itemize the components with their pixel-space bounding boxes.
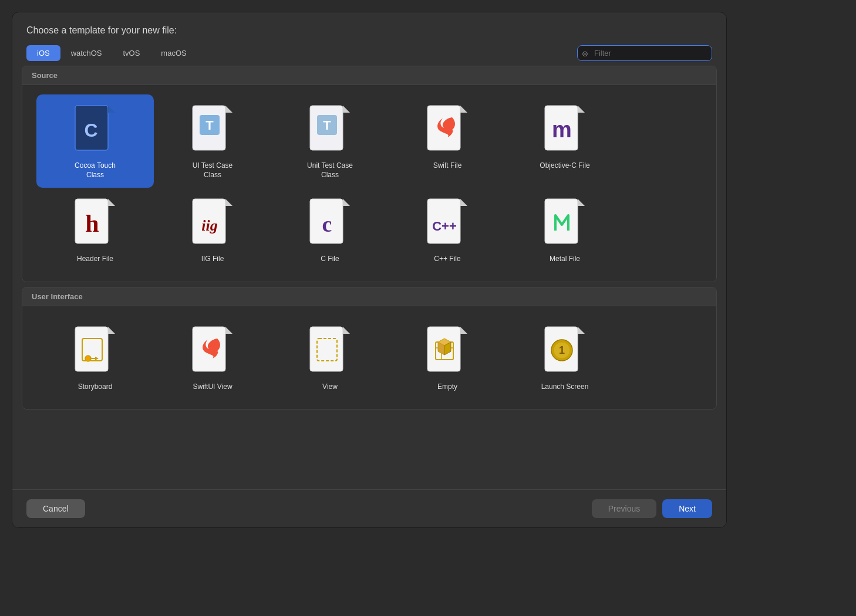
source-border: Source C Cocoa Touc — [22, 66, 717, 282]
iig-icon: iig — [189, 196, 236, 249]
swiftui-label: SwiftUI View — [193, 383, 232, 392]
dialog-header: Choose a template for your new file: — [12, 12, 726, 45]
cancel-button[interactable]: Cancel — [26, 499, 85, 518]
svg-marker-31 — [108, 327, 115, 334]
svg-text:T: T — [205, 118, 214, 133]
empty-label: Empty — [437, 383, 457, 392]
item-storyboard[interactable]: Storyboard — [36, 316, 154, 400]
svg-text:c: c — [322, 212, 332, 236]
ui-test-label: UI Test CaseClass — [193, 161, 232, 180]
storyboard-label: Storyboard — [78, 383, 113, 392]
cfile-icon: c — [306, 196, 353, 249]
dialog-title: Choose a template for your new file: — [26, 25, 177, 35]
nav-buttons: Previous Next — [592, 499, 712, 518]
item-ui-test[interactable]: T UI Test CaseClass — [154, 94, 271, 188]
swift-label: Swift File — [433, 161, 462, 171]
cpp-label: C++ File — [434, 255, 460, 264]
swift-icon — [424, 103, 471, 155]
tab-bar: iOS watchOS tvOS macOS ⊜ — [12, 45, 726, 61]
tab-watchos[interactable]: watchOS — [60, 45, 113, 61]
view-icon — [306, 324, 353, 377]
source-header: Source — [22, 66, 716, 85]
svg-marker-36 — [225, 327, 232, 334]
filter-input[interactable] — [577, 45, 712, 61]
ui-test-icon: T — [189, 103, 236, 155]
empty-icon — [424, 324, 471, 377]
objc-icon: m — [541, 103, 588, 155]
swiftui-icon — [189, 324, 236, 377]
svg-marker-4 — [225, 106, 232, 113]
svg-text:1: 1 — [559, 344, 565, 356]
svg-text:T: T — [323, 118, 331, 133]
item-cfile[interactable]: c C File — [271, 188, 389, 272]
item-view[interactable]: View — [271, 316, 389, 400]
cfile-label: C File — [321, 255, 339, 264]
item-swift[interactable]: Swift File — [389, 94, 506, 188]
next-button[interactable]: Next — [662, 499, 712, 518]
tab-macos[interactable]: macOS — [150, 45, 197, 61]
header-icon: h — [72, 196, 119, 249]
svg-marker-23 — [343, 199, 350, 206]
item-header[interactable]: h Header File — [36, 188, 154, 272]
filter-container: ⊜ — [577, 45, 712, 61]
cocoa-touch-icon: C — [72, 103, 119, 155]
filter-icon: ⊜ — [582, 49, 588, 57]
item-unit-test[interactable]: T Unit Test CaseClass — [271, 94, 389, 188]
filter-wrap: ⊜ — [577, 45, 712, 61]
ui-items-grid: Storyboard SwiftUI View — [36, 316, 702, 400]
svg-marker-14 — [578, 106, 585, 113]
tab-ios[interactable]: iOS — [26, 45, 60, 61]
svg-text:iig: iig — [201, 217, 217, 234]
svg-marker-44 — [578, 327, 585, 334]
item-objc[interactable]: m Objective-C File — [506, 94, 624, 188]
item-cpp[interactable]: C++ C++ File — [389, 188, 506, 272]
svg-text:m: m — [552, 117, 572, 142]
template-dialog: Choose a template for your new file: iOS… — [12, 12, 727, 528]
footer: Cancel Previous Next — [12, 489, 726, 527]
cpp-icon: C++ — [424, 196, 471, 249]
unit-test-label: Unit Test CaseClass — [307, 161, 353, 180]
svg-marker-12 — [460, 106, 467, 113]
svg-marker-26 — [460, 199, 467, 206]
svg-text:C: C — [84, 120, 97, 141]
ui-border: User Interface — [22, 287, 717, 410]
svg-text:h: h — [85, 210, 99, 237]
ui-body: Storyboard SwiftUI View — [22, 306, 716, 409]
tab-tvos[interactable]: tvOS — [112, 45, 150, 61]
ui-header: User Interface — [22, 287, 716, 306]
previous-button[interactable]: Previous — [592, 499, 656, 518]
cocoa-touch-label: Cocoa TouchClass — [75, 161, 116, 180]
item-empty[interactable]: Empty — [389, 316, 506, 400]
svg-point-33 — [85, 356, 91, 361]
header-label: Header File — [77, 255, 113, 264]
svg-marker-8 — [343, 106, 350, 113]
metal-label: Metal File — [550, 255, 580, 264]
svg-rect-30 — [75, 327, 108, 371]
launch-label: Launch Screen — [541, 383, 589, 392]
item-cocoa-touch[interactable]: C Cocoa TouchClass — [36, 94, 154, 188]
view-label: View — [322, 383, 338, 392]
svg-text:C++: C++ — [432, 219, 457, 233]
svg-marker-20 — [225, 199, 232, 206]
source-items-grid: C Cocoa TouchClass — [36, 94, 702, 272]
svg-marker-17 — [108, 199, 115, 206]
user-interface-section: User Interface — [22, 287, 717, 410]
item-iig[interactable]: iig IIG File — [154, 188, 271, 272]
iig-label: IIG File — [201, 255, 224, 264]
item-launch[interactable]: 1 Launch Screen — [506, 316, 624, 400]
svg-marker-1 — [108, 106, 115, 113]
svg-rect-37 — [310, 327, 343, 371]
item-swiftui[interactable]: SwiftUI View — [154, 316, 271, 400]
objc-label: Objective-C File — [540, 161, 589, 171]
source-section: Source C Cocoa Touc — [22, 66, 717, 282]
launch-icon: 1 — [541, 324, 588, 377]
svg-marker-29 — [578, 199, 585, 206]
unit-test-icon: T — [306, 103, 353, 155]
content-area: Source C Cocoa Touc — [12, 61, 726, 489]
svg-rect-28 — [545, 199, 578, 243]
metal-icon — [541, 196, 588, 249]
source-body: C Cocoa TouchClass — [22, 85, 716, 282]
svg-marker-38 — [343, 327, 350, 334]
storyboard-icon — [72, 324, 119, 377]
item-metal[interactable]: Metal File — [506, 188, 624, 272]
